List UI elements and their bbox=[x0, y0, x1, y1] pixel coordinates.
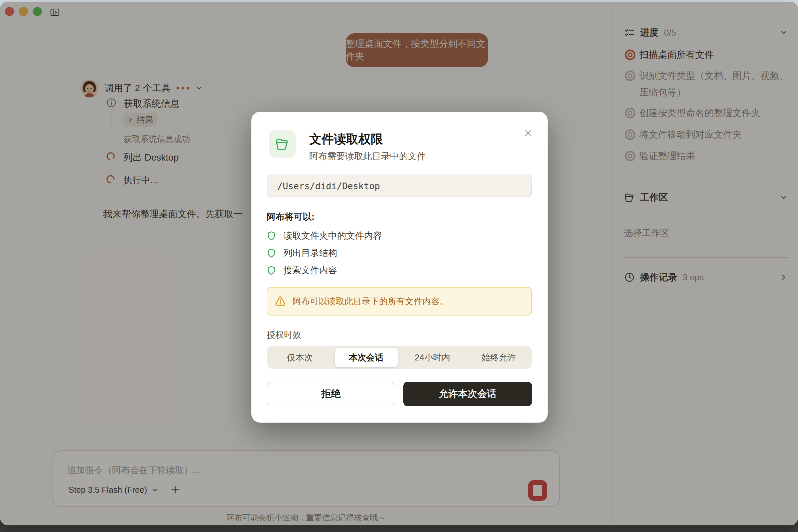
capability-text: 列出目录结构 bbox=[283, 247, 337, 259]
duration-segmented-control: 仅本次 本次会话 24小时内 始终允许 bbox=[267, 346, 532, 369]
capability-text: 搜索文件内容 bbox=[283, 264, 337, 276]
capability-item: 读取文件夹中的文件内容 bbox=[267, 230, 382, 242]
warning-triangle-icon bbox=[274, 296, 286, 307]
shield-icon bbox=[267, 231, 276, 241]
capability-text: 读取文件夹中的文件内容 bbox=[283, 230, 382, 242]
capability-item: 搜索文件内容 bbox=[267, 264, 337, 276]
folder-open-icon bbox=[269, 130, 296, 158]
duration-option-session[interactable]: 本次会话 bbox=[335, 348, 398, 367]
dialog-subtitle: 阿布需要读取此目录中的文件 bbox=[309, 150, 426, 162]
deny-button[interactable]: 拒绝 bbox=[267, 382, 395, 406]
warning-banner: 阿布可以读取此目录下的所有文件内容。 bbox=[267, 287, 532, 316]
duration-option-once[interactable]: 仅本次 bbox=[268, 348, 331, 367]
dialog-title: 文件读取权限 bbox=[309, 131, 383, 148]
warning-text: 阿布可以读取此目录下的所有文件内容。 bbox=[292, 296, 448, 307]
close-icon[interactable] bbox=[524, 128, 533, 139]
duration-label: 授权时效 bbox=[267, 329, 301, 341]
file-permission-dialog: 文件读取权限 阿布需要读取此目录中的文件 /Users/didi/Desktop… bbox=[251, 112, 548, 423]
duration-option-always[interactable]: 始终允许 bbox=[468, 348, 531, 367]
shield-icon bbox=[267, 266, 276, 275]
app-window: 整理桌面文件，按类型分到不同文件夹 调用了 2 个工具 获取系统信息 结果 获取… bbox=[0, 2, 798, 525]
directory-path-field: /Users/didi/Desktop bbox=[267, 174, 532, 197]
allow-button[interactable]: 允许本次会话 bbox=[403, 382, 532, 406]
capability-item: 列出目录结构 bbox=[267, 247, 337, 259]
duration-option-24h[interactable]: 24小时内 bbox=[401, 348, 464, 367]
shield-icon bbox=[267, 248, 276, 258]
directory-path-value: /Users/didi/Desktop bbox=[277, 181, 380, 191]
capabilities-label: 阿布将可以: bbox=[267, 211, 315, 223]
